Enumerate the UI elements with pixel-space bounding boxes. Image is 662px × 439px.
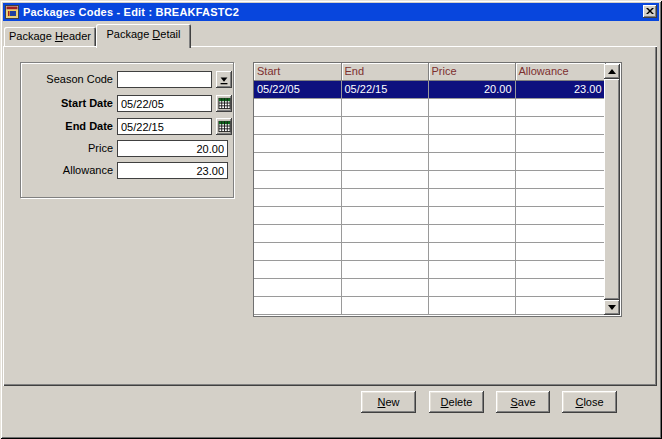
start-date-calendar-button[interactable] <box>216 95 232 112</box>
grid-row[interactable] <box>254 134 605 152</box>
grid-cell[interactable] <box>515 224 605 242</box>
grid-cell[interactable] <box>341 170 428 188</box>
grid-cell[interactable] <box>428 224 515 242</box>
grid-header-row: StartEndPriceAllowance <box>254 63 605 80</box>
grid-cell[interactable] <box>428 98 515 116</box>
grid-column-header[interactable]: Allowance <box>515 63 605 80</box>
grid-column-header[interactable]: Price <box>428 63 515 80</box>
grid-cell[interactable] <box>254 206 341 224</box>
arrow-up-icon <box>608 69 616 74</box>
end-date-input[interactable] <box>117 118 212 135</box>
price-label: Price <box>18 140 113 157</box>
grid-cell[interactable] <box>428 188 515 206</box>
grid-cell[interactable] <box>341 242 428 260</box>
scroll-up-button[interactable] <box>604 64 620 79</box>
grid-cell[interactable] <box>428 134 515 152</box>
grid-cell[interactable] <box>515 242 605 260</box>
grid-cell[interactable] <box>341 224 428 242</box>
grid-cell[interactable] <box>341 206 428 224</box>
grid-cell[interactable] <box>341 188 428 206</box>
grid-cell[interactable]: 05/22/05 <box>254 80 341 98</box>
grid-row[interactable] <box>254 224 605 242</box>
tab-package-detail[interactable]: Package Detail <box>96 24 191 48</box>
grid-column-header[interactable]: End <box>341 63 428 80</box>
calendar-icon <box>218 97 231 110</box>
season-code-dropdown-button[interactable] <box>216 71 232 88</box>
grid-cell[interactable] <box>515 188 605 206</box>
allowance-input[interactable] <box>117 162 228 179</box>
grid-cell[interactable] <box>341 152 428 170</box>
grid-row[interactable] <box>254 188 605 206</box>
grid-cell[interactable] <box>341 134 428 152</box>
grid-cell[interactable] <box>428 152 515 170</box>
grid-cell[interactable] <box>254 152 341 170</box>
scroll-down-button[interactable] <box>604 300 620 315</box>
grid-row[interactable] <box>254 260 605 278</box>
grid-cell[interactable] <box>341 278 428 296</box>
end-date-calendar-button[interactable] <box>216 118 232 135</box>
grid-cell[interactable] <box>341 116 428 134</box>
grid-cell[interactable] <box>428 206 515 224</box>
grid-cell[interactable] <box>515 206 605 224</box>
grid-cell[interactable] <box>254 224 341 242</box>
grid-cell[interactable] <box>341 296 428 314</box>
grid-row[interactable] <box>254 98 605 116</box>
grid-cell[interactable]: 23.00 <box>515 80 605 98</box>
grid-cell[interactable] <box>254 170 341 188</box>
grid-row[interactable] <box>254 206 605 224</box>
grid-cell[interactable] <box>341 260 428 278</box>
grid-column-header[interactable]: Start <box>254 63 341 80</box>
end-date-label: End Date <box>18 118 113 135</box>
grid-cell[interactable] <box>428 260 515 278</box>
new-button[interactable]: New <box>361 391 416 413</box>
price-input[interactable] <box>117 140 228 157</box>
grid-row[interactable] <box>254 296 605 314</box>
grid-cell[interactable] <box>254 296 341 314</box>
grid-cell[interactable] <box>254 278 341 296</box>
grid-cell[interactable] <box>254 260 341 278</box>
calendar-icon <box>218 120 231 133</box>
delete-button[interactable]: Delete <box>429 391 484 413</box>
window-title: Packages Codes - Edit : BREAKFASTC2 <box>23 6 239 18</box>
titlebar[interactable]: Packages Codes - Edit : BREAKFASTC2 <box>3 3 659 21</box>
grid-cell[interactable] <box>515 278 605 296</box>
grid-vertical-scrollbar[interactable] <box>604 64 620 315</box>
grid-cell[interactable] <box>515 134 605 152</box>
grid-cell[interactable] <box>515 98 605 116</box>
close-icon <box>646 8 654 15</box>
season-code-label: Season Code <box>18 71 113 88</box>
grid-cell[interactable] <box>428 170 515 188</box>
grid-cell[interactable] <box>341 98 428 116</box>
grid-cell[interactable] <box>428 116 515 134</box>
grid-cell[interactable] <box>254 242 341 260</box>
season-code-input[interactable] <box>117 71 212 88</box>
close-window-button[interactable]: Close <box>562 391 617 413</box>
grid-cell[interactable] <box>515 152 605 170</box>
start-date-input[interactable] <box>117 95 212 112</box>
grid-cell[interactable] <box>428 278 515 296</box>
grid-cell[interactable] <box>515 116 605 134</box>
grid-cell[interactable] <box>515 296 605 314</box>
grid-row[interactable] <box>254 278 605 296</box>
grid-cell[interactable] <box>515 260 605 278</box>
grid-cell[interactable] <box>254 116 341 134</box>
grid-cell[interactable]: 05/22/15 <box>341 80 428 98</box>
close-button[interactable] <box>643 5 657 18</box>
tab-package-header[interactable]: Package Header <box>4 27 96 46</box>
grid-row[interactable] <box>254 170 605 188</box>
grid-cell[interactable] <box>254 98 341 116</box>
grid-cell[interactable] <box>428 296 515 314</box>
grid-cell[interactable] <box>254 134 341 152</box>
save-button[interactable]: Save <box>496 391 550 413</box>
scrollbar-thumb[interactable] <box>604 79 620 300</box>
grid-row[interactable] <box>254 242 605 260</box>
grid-cell[interactable] <box>254 188 341 206</box>
grid-row[interactable]: 05/22/0505/22/1520.0023.00 <box>254 80 605 98</box>
grid-body: 05/22/0505/22/1520.0023.00 <box>254 80 605 314</box>
grid-row[interactable] <box>254 116 605 134</box>
grid-cell[interactable]: 20.00 <box>428 80 515 98</box>
grid-cell[interactable] <box>428 242 515 260</box>
grid-row[interactable] <box>254 152 605 170</box>
detail-grid: StartEndPriceAllowance 05/22/0505/22/152… <box>253 62 622 317</box>
grid-cell[interactable] <box>515 170 605 188</box>
